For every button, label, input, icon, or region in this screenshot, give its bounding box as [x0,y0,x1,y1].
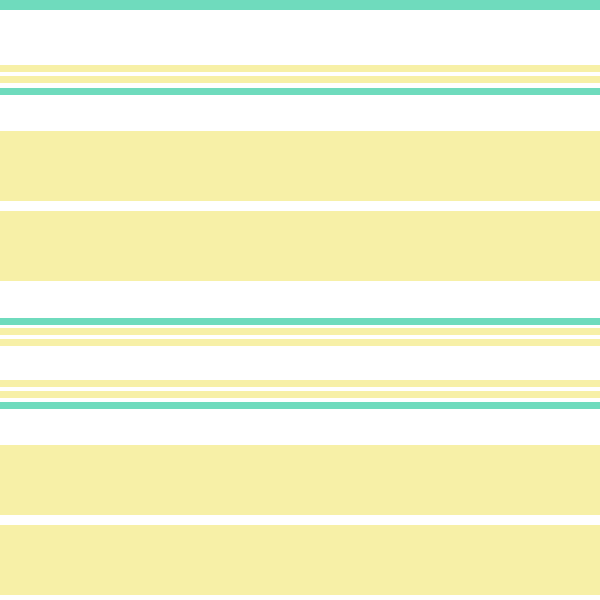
stripe-0 [0,0,600,10]
stripe-7 [0,328,600,335]
stripe-5 [0,211,600,281]
stripe-8 [0,339,600,346]
stripe-9 [0,380,600,387]
stripe-3 [0,88,600,95]
stripe-10 [0,391,600,398]
stripe-12 [0,445,600,515]
stripe-4 [0,131,600,201]
stripe-6 [0,318,600,325]
stripe-13 [0,525,600,595]
stripe-11 [0,402,600,409]
stripe-1 [0,65,600,72]
stripe-2 [0,76,600,83]
